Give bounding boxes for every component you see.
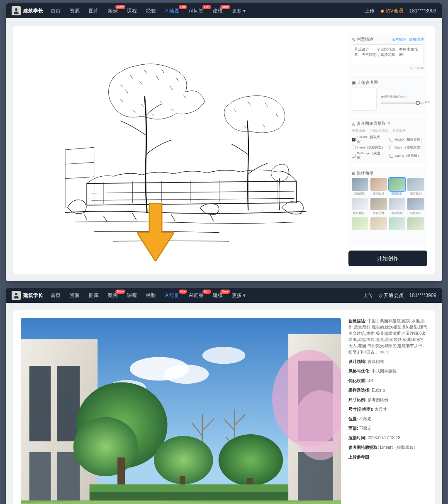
domain-garden[interactable]: 私家庭院…: [352, 198, 368, 216]
output-window: 建筑学长 首页 资源 图库 案例New 课程 经验 AI绘图Hot AI问答Ho…: [6, 288, 442, 504]
nav-exp[interactable]: 经验: [146, 7, 156, 15]
char-count: 31 / 1000: [352, 66, 424, 70]
nav-home[interactable]: 首页: [51, 7, 61, 15]
domain-label: 设计领域: [357, 170, 373, 176]
creative-desc-value: 中国古典园林建筑,庭院,水池,杰作,质量最好,现实的,建筑摄影,8,k,摄影,现…: [348, 319, 427, 354]
domain-extra2[interactable]: [370, 217, 387, 231]
ref-intensity-label: 参考图对象的大小: [381, 95, 424, 99]
nav-resource[interactable]: 资源: [70, 292, 80, 299]
opt-softedge[interactable]: Softedge（软边缘）: [352, 151, 386, 160]
domain-bird[interactable]: 鸟瞰场景: [407, 198, 424, 216]
opt-canny[interactable]: Canny（硬边缘）: [390, 151, 424, 160]
svg-point-0: [15, 8, 17, 11]
svg-point-5: [202, 347, 246, 364]
logo[interactable]: 建筑学长: [12, 6, 43, 15]
user-phone[interactable]: 181****3909: [409, 292, 436, 298]
output-detail-panel: 创意描述: 中国古典园林建筑,庭院,水池,杰作,质量最好,现实的,建筑摄影,8,…: [348, 318, 427, 504]
domain-classical[interactable]: 古典园林: [370, 198, 387, 216]
brand-text: 建筑学长: [23, 292, 43, 299]
opt-depth[interactable]: Depth（提取深度）: [390, 145, 424, 150]
svg-rect-25: [90, 485, 288, 492]
nav-ai-draw[interactable]: AI绘图Hot: [165, 292, 180, 299]
top-navbar-2: 建筑学长 首页 资源 图库 案例New 课程 经验 AI绘图Hot AI问答Ho…: [6, 288, 442, 303]
input-side-panel: ✎ 创意描述 清空描述 随机描述 31 / 1000 ▣ 上传参考图: [348, 33, 427, 266]
domain-interior[interactable]: 室内设计: [370, 178, 387, 196]
avatar-icon: [12, 291, 21, 300]
badge-hot: Hot: [179, 5, 187, 9]
nav-more[interactable]: 更多 ▾: [232, 7, 246, 15]
clear-prompt-link[interactable]: 清空描述: [392, 37, 407, 42]
svg-rect-8: [29, 366, 51, 441]
vip-badge[interactable]: ◆ 超V会员: [380, 7, 404, 15]
domain-planning[interactable]: 城市规划: [407, 178, 424, 196]
arrow-down-icon: [137, 203, 174, 261]
avatar-icon: [12, 6, 21, 15]
svg-point-4: [164, 365, 209, 384]
sketch-illustration: [29, 39, 333, 261]
user-phone[interactable]: 181****3909: [409, 8, 436, 14]
grid-icon: ⊞: [352, 171, 355, 175]
badge-hot: Hot: [202, 5, 211, 9]
upload-ref-label: 上传参考图: [357, 80, 378, 85]
nav-more[interactable]: 更多 ▾: [232, 292, 246, 299]
badge-new: New: [220, 5, 230, 9]
opt-invert[interactable]: Invert（线稿原型）: [352, 145, 386, 150]
svg-rect-14: [298, 452, 333, 504]
input-window: 建筑学长 首页 资源 图库 案例New 课程 经验 AI绘图Hot AI问答Ho…: [6, 3, 442, 281]
nav-gallery[interactable]: 图库: [89, 7, 99, 15]
extract-label: 参考图轮廓提取: [357, 121, 386, 127]
nav-ai-qa[interactable]: AI问答Hot: [189, 292, 203, 299]
domain-arch[interactable]: 建筑设计: [352, 178, 368, 196]
svg-rect-11: [57, 452, 80, 504]
nav-exp[interactable]: 经验: [146, 292, 156, 299]
nav-cases[interactable]: 案例New: [108, 7, 118, 15]
nav-cases[interactable]: 案例New: [108, 292, 118, 299]
start-create-button[interactable]: 开始创作: [348, 251, 427, 266]
upload-link[interactable]: 上传: [363, 292, 373, 299]
nav-courses[interactable]: 课程: [127, 7, 137, 15]
domain-extra4[interactable]: [407, 217, 424, 231]
slider-thumb[interactable]: [416, 101, 420, 105]
open-vip-link[interactable]: ◇ 开通会员: [379, 292, 404, 299]
reference-upload-box[interactable]: [352, 88, 377, 111]
nav-build[interactable]: 建模New: [213, 292, 223, 299]
opt-mlsd[interactable]: MLSD（提取直线）: [390, 135, 424, 144]
svg-rect-10: [29, 452, 51, 504]
upload-link[interactable]: 上传: [365, 7, 375, 15]
prompt-input[interactable]: [352, 44, 424, 64]
top-navbar: 建筑学长 首页 资源 图库 案例New 课程 经验 AI绘图Hot AI问答Ho…: [6, 3, 442, 18]
prompt-label: 创意描述: [357, 37, 373, 42]
brand-text: 建筑学长: [23, 7, 43, 15]
logo[interactable]: 建筑学长: [12, 291, 43, 300]
opt-lineart[interactable]: Lineart（提取线条）: [352, 135, 386, 144]
nav-build[interactable]: 建模New: [213, 7, 223, 15]
edit-icon: ✎: [352, 37, 355, 42]
nav-menu: 首页 资源 图库 案例New 课程 经验 AI绘图Hot AI问答Hot 建模N…: [51, 7, 246, 15]
creative-desc-label: 创意描述:: [348, 319, 366, 323]
nav-resource[interactable]: 资源: [70, 7, 80, 15]
ref-intensity-slider[interactable]: 0.7: [381, 102, 424, 104]
domain-landscape[interactable]: 景观设计: [389, 178, 406, 196]
nav-gallery[interactable]: 图库: [89, 292, 99, 299]
help-icon[interactable]: ?: [387, 122, 390, 126]
more-link[interactable]: more: [380, 350, 390, 354]
sketch-canvas[interactable]: [21, 33, 341, 266]
domain-extra3[interactable]: [389, 217, 406, 231]
render-illustration: [21, 318, 341, 504]
extract-subnote: 无需编辑，生成效果取决… 更多提示: [352, 129, 424, 133]
nav-ai-draw[interactable]: AI绘图Hot: [165, 7, 180, 15]
domain-public[interactable]: 市政风貌: [389, 198, 406, 216]
extract-icon: ◬: [352, 122, 355, 126]
nav-courses[interactable]: 课程: [127, 292, 137, 299]
random-prompt-link[interactable]: 随机描述: [409, 37, 424, 42]
image-icon: ▣: [352, 80, 355, 85]
render-result-canvas[interactable]: [21, 318, 341, 504]
nav-ai-qa[interactable]: AI问答Hot: [189, 7, 203, 15]
svg-point-18: [73, 417, 138, 476]
nav-home[interactable]: 首页: [51, 292, 61, 299]
slider-value: 0.7: [425, 100, 430, 104]
svg-point-1: [15, 293, 17, 295]
domain-extra1[interactable]: [352, 217, 368, 231]
badge-new: New: [115, 5, 125, 9]
